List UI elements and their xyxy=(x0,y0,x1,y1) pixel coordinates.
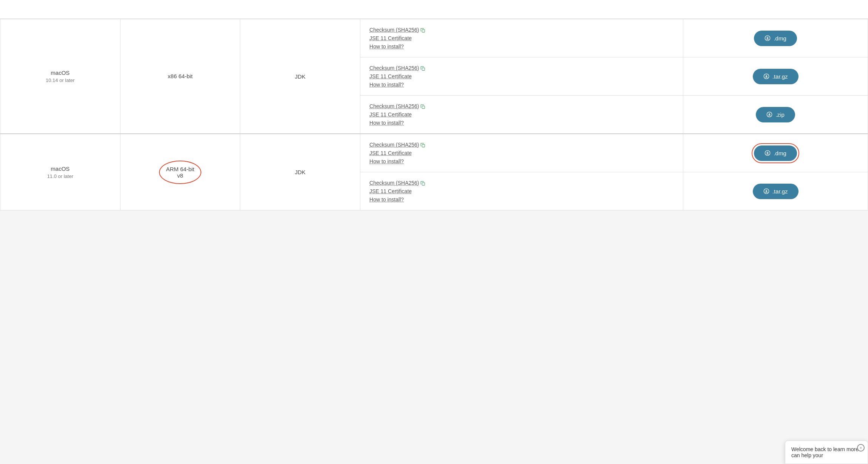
table-row: macOS 10.14 or laterx86 64-bitJDKChecksu… xyxy=(0,19,868,57)
info-link[interactable]: JSE 11 Certificate xyxy=(369,188,674,194)
download-cell: .dmg xyxy=(683,134,868,172)
top-bar xyxy=(0,0,868,19)
info-link[interactable]: How to install? xyxy=(369,196,674,203)
svg-rect-2 xyxy=(422,68,425,70)
svg-rect-8 xyxy=(422,183,425,185)
os-cell: macOS 11.0 or later xyxy=(0,134,120,210)
info-link[interactable]: Checksum (SHA256) xyxy=(369,27,674,33)
info-link[interactable]: JSE 11 Certificate xyxy=(369,111,674,118)
arch-label: x86 64-bit xyxy=(168,73,193,79)
info-link[interactable]: How to install? xyxy=(369,120,674,126)
info-link[interactable]: JSE 11 Certificate xyxy=(369,150,674,156)
arch-cell: x86 64-bit xyxy=(120,19,240,134)
info-cell: Checksum (SHA256) JSE 11 CertificateHow … xyxy=(360,57,683,96)
info-link[interactable]: JSE 11 Certificate xyxy=(369,73,674,79)
svg-rect-0 xyxy=(422,29,425,32)
package-label: JDK xyxy=(295,169,306,175)
info-link[interactable]: Checksum (SHA256) xyxy=(369,103,674,109)
os-name: macOS xyxy=(8,70,113,76)
os-version: 11.0 or later xyxy=(8,173,113,179)
download-table: macOS 10.14 or laterx86 64-bitJDKChecksu… xyxy=(0,19,868,210)
info-cell: Checksum (SHA256) JSE 11 CertificateHow … xyxy=(360,134,683,172)
os-version: 10.14 or later xyxy=(8,77,113,83)
info-cell: Checksum (SHA256) JSE 11 CertificateHow … xyxy=(360,96,683,134)
svg-rect-4 xyxy=(422,106,425,108)
download-button[interactable]: .zip xyxy=(756,107,795,122)
info-cell: Checksum (SHA256) JSE 11 CertificateHow … xyxy=(360,172,683,210)
download-button[interactable]: .dmg xyxy=(754,145,797,161)
table-row: macOS 11.0 or laterARM 64-bitv8JDKChecks… xyxy=(0,134,868,172)
os-cell: macOS 10.14 or later xyxy=(0,19,120,134)
download-button[interactable]: .dmg xyxy=(754,31,797,46)
download-button[interactable]: .tar.gz xyxy=(753,69,798,84)
download-cell: .tar.gz xyxy=(683,57,868,96)
info-link[interactable]: Checksum (SHA256) xyxy=(369,65,674,71)
info-link[interactable]: Checksum (SHA256) xyxy=(369,142,674,148)
info-link[interactable]: How to install? xyxy=(369,43,674,49)
os-name: macOS xyxy=(8,165,113,172)
info-cell: Checksum (SHA256) JSE 11 CertificateHow … xyxy=(360,19,683,57)
download-cell: .dmg xyxy=(683,19,868,57)
download-cell: .zip xyxy=(683,96,868,134)
info-link[interactable]: How to install? xyxy=(369,82,674,88)
package-label: JDK xyxy=(295,73,306,80)
download-table-container: macOS 10.14 or laterx86 64-bitJDKChecksu… xyxy=(0,19,868,210)
package-cell: JDK xyxy=(240,19,360,134)
arch-label: ARM 64-bitv8 xyxy=(159,161,201,184)
svg-rect-6 xyxy=(422,144,425,147)
package-cell: JDK xyxy=(240,134,360,210)
info-link[interactable]: How to install? xyxy=(369,158,674,164)
download-cell: .tar.gz xyxy=(683,172,868,210)
arch-cell: ARM 64-bitv8 xyxy=(120,134,240,210)
info-link[interactable]: Checksum (SHA256) xyxy=(369,180,674,186)
info-link[interactable]: JSE 11 Certificate xyxy=(369,35,674,41)
download-button[interactable]: .tar.gz xyxy=(753,184,798,199)
